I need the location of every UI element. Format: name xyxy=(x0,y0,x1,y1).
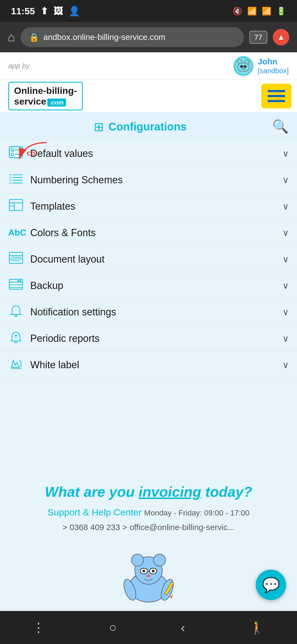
status-bar: 11:55 ⬆ 🖼 👤 🔇 📶 📶 🔋 xyxy=(0,0,297,22)
menu-item-colors-fonts[interactable]: AbC Colors & Fonts ∨ xyxy=(0,220,297,246)
user-name: John xyxy=(258,57,289,67)
templates-text: Templates xyxy=(30,201,75,212)
svg-rect-11 xyxy=(9,147,23,158)
user-name-block: John [sandbox] xyxy=(258,57,289,75)
url-text: andbox.online-billing-service.com xyxy=(43,32,166,42)
white-label-chevron: ∨ xyxy=(282,360,289,370)
svg-point-47 xyxy=(153,554,166,566)
notification-settings-chevron: ∨ xyxy=(282,307,289,317)
periodic-reports-text: Periodic reports xyxy=(30,333,100,344)
lock-icon: 🔒 xyxy=(29,32,39,42)
logo-com: .com xyxy=(47,99,66,107)
menu-item-notification-settings[interactable]: Notification settings ∨ xyxy=(0,299,297,325)
svg-rect-24 xyxy=(9,200,23,211)
menu-item-templates[interactable]: Templates ∨ xyxy=(0,193,297,220)
colors-fonts-chevron: ∨ xyxy=(282,228,289,238)
user-info[interactable]: John [sandbox] xyxy=(233,56,289,76)
periodic-reports-icon xyxy=(8,331,24,346)
support-hours: Monday - Friday: 09:00 - 17:00 xyxy=(144,509,249,517)
hamburger-line-2 xyxy=(268,95,285,97)
colors-fonts-text: Colors & Fonts xyxy=(30,227,96,239)
hamburger-menu-button[interactable] xyxy=(261,84,292,108)
white-label-icon xyxy=(8,358,24,372)
app-by-label: app by xyxy=(8,62,30,70)
svg-point-41 xyxy=(15,341,17,343)
hamburger-line-1 xyxy=(268,90,285,92)
home-icon[interactable]: ⌂ xyxy=(8,30,15,44)
user-role: [sandbox] xyxy=(258,67,289,75)
logo-line1: Online-billing- xyxy=(14,85,77,96)
backup-text: Backup xyxy=(30,280,63,291)
menu-item-white-label[interactable]: White label ∨ xyxy=(0,352,297,378)
notification-settings-icon xyxy=(8,305,24,319)
mute-icon: 🔇 xyxy=(233,7,242,16)
menu-item-document-left: Document layout xyxy=(8,252,105,266)
default-values-text: Default values xyxy=(30,148,93,159)
templates-icon xyxy=(8,199,24,214)
config-title-group: ⊞ Configurations xyxy=(8,120,272,134)
backup-chevron: ∨ xyxy=(282,280,289,291)
signal-icon: 📶 xyxy=(262,7,271,16)
menu-item-periodic-left: Periodic reports xyxy=(8,331,100,346)
white-label-text: White label xyxy=(30,359,79,371)
numbering-schemes-chevron: ∨ xyxy=(282,175,289,185)
status-right: 🔇 📶 📶 🔋 xyxy=(233,7,286,16)
svg-point-39 xyxy=(15,315,17,317)
svg-point-46 xyxy=(131,554,144,566)
logo[interactable]: Online-billing- service.com xyxy=(8,82,83,110)
menu-item-periodic-reports[interactable]: Periodic reports ∨ xyxy=(0,325,297,352)
search-button[interactable]: 🔍 xyxy=(272,119,289,134)
svg-point-38 xyxy=(17,280,19,282)
menu-item-default-values[interactable]: Default values ∨ xyxy=(0,140,297,167)
upload-button[interactable]: ▲ xyxy=(273,29,289,45)
upload-icon: ⬆ xyxy=(40,6,48,17)
nav-back-icon[interactable]: ‹ xyxy=(181,620,185,635)
menu-item-default-values-left: Default values xyxy=(8,146,93,161)
chat-fab-button[interactable]: 💬 xyxy=(256,570,286,600)
hamburger-line-3 xyxy=(268,100,285,102)
footer-headline: What are you invoicing today? xyxy=(8,483,289,501)
svg-rect-3 xyxy=(238,63,249,71)
menu-item-numbering-left: Numbering Schemes xyxy=(8,173,123,187)
menu-item-backup-left: Backup xyxy=(8,278,63,293)
config-grid-icon: ⊞ xyxy=(94,120,104,134)
menu-item-numbering-schemes[interactable]: Numbering Schemes ∨ xyxy=(0,167,297,193)
time-display: 11:55 xyxy=(11,6,35,17)
numbering-schemes-text: Numbering Schemes xyxy=(30,174,123,186)
numbering-schemes-icon xyxy=(8,173,24,187)
colors-fonts-icon: AbC xyxy=(8,228,24,238)
content-spacer xyxy=(0,378,297,461)
svg-point-13 xyxy=(11,153,14,156)
document-layout-chevron: ∨ xyxy=(282,254,289,264)
address-bar[interactable]: 🔒 andbox.online-billing-service.com xyxy=(21,27,244,47)
tab-count[interactable]: 77 xyxy=(249,31,267,44)
menu-item-white-label-left: White label xyxy=(8,358,79,372)
config-header: ⊞ Configurations 🔍 xyxy=(0,113,297,140)
svg-point-52 xyxy=(152,570,155,572)
config-title-text: Configurations xyxy=(108,121,186,133)
backup-icon xyxy=(8,278,24,293)
logo-line2: service.com xyxy=(14,96,66,107)
browser-bar: ⌂ 🔒 andbox.online-billing-service.com 77… xyxy=(0,22,297,52)
svg-rect-28 xyxy=(9,252,23,263)
menu-item-colors-left: AbC Colors & Fonts xyxy=(8,227,96,239)
logo-bar: Online-billing- service.com xyxy=(0,80,297,113)
nav-menu-icon[interactable]: ⋮ xyxy=(32,620,45,635)
notification-settings-text: Notification settings xyxy=(30,306,116,318)
contact-info: > 0368 409 233 > office@online-billing-s… xyxy=(8,523,289,532)
person-icon: 👤 xyxy=(68,6,80,17)
templates-chevron: ∨ xyxy=(282,201,289,212)
document-layout-text: Document layout xyxy=(30,253,105,265)
image-icon: 🖼 xyxy=(54,6,63,17)
status-left: 11:55 ⬆ 🖼 👤 xyxy=(11,6,80,17)
menu-item-templates-left: Templates xyxy=(8,199,75,214)
nav-accessibility-icon[interactable]: 🚶 xyxy=(249,620,265,635)
support-label: Support & Help Center Monday - Friday: 0… xyxy=(8,507,289,518)
nav-home-icon[interactable]: ○ xyxy=(109,620,117,635)
default-values-chevron: ∨ xyxy=(282,148,289,159)
menu-list: Default values ∨ Numbering Schemes xyxy=(0,140,297,378)
menu-item-document-layout[interactable]: Document layout ∨ xyxy=(0,246,297,272)
menu-item-backup[interactable]: Backup ∨ xyxy=(0,272,297,299)
svg-point-53 xyxy=(146,575,151,577)
default-values-icon xyxy=(8,146,24,161)
